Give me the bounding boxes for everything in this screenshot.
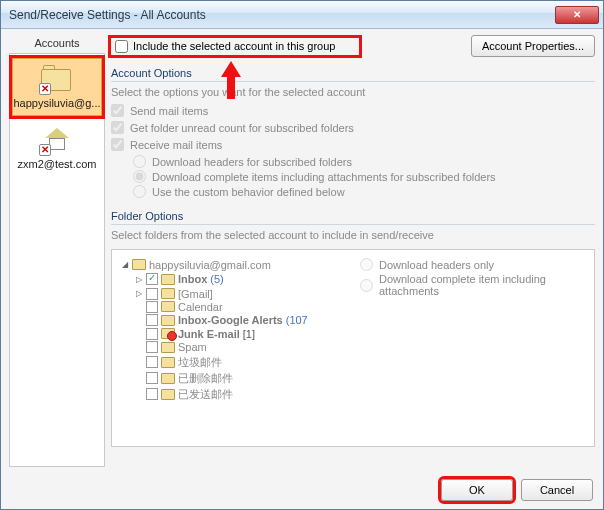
tree-count: [1] bbox=[243, 328, 255, 340]
spacer bbox=[134, 390, 143, 399]
include-label: Include the selected account in this gro… bbox=[133, 40, 335, 52]
window-title: Send/Receive Settings - All Accounts bbox=[9, 8, 555, 22]
junk-folder-icon bbox=[161, 328, 175, 339]
send-mail-option[interactable]: Send mail items bbox=[111, 104, 595, 117]
radio-complete-input[interactable] bbox=[133, 170, 146, 183]
tree-checkbox[interactable] bbox=[146, 288, 158, 300]
folder-icon bbox=[161, 357, 175, 368]
radio-complete[interactable]: Download complete items including attach… bbox=[133, 170, 595, 183]
account-properties-button[interactable]: Account Properties... bbox=[471, 35, 595, 57]
account-item-1[interactable]: ✕ happysiluvia@g... bbox=[12, 58, 102, 116]
tree-count: (107 bbox=[286, 314, 308, 326]
accounts-header: Accounts bbox=[9, 35, 105, 53]
titlebar[interactable]: Send/Receive Settings - All Accounts ✕ bbox=[1, 1, 603, 29]
send-mail-checkbox[interactable] bbox=[111, 104, 124, 117]
tree-item[interactable]: 已发送邮件 bbox=[134, 387, 233, 402]
tree-label: Calendar bbox=[178, 301, 223, 313]
spacer bbox=[134, 316, 143, 325]
accounts-list: ✕ happysiluvia@g... ✕ zxm2@test.com bbox=[9, 53, 105, 467]
expand-icon[interactable]: ▷ bbox=[134, 275, 143, 284]
tree-item[interactable]: 已删除邮件 bbox=[134, 371, 233, 386]
cancel-button[interactable]: Cancel bbox=[521, 479, 593, 501]
folder-icon bbox=[132, 259, 146, 270]
annotation-arrow-stem bbox=[227, 75, 235, 99]
tree-checkbox[interactable] bbox=[146, 341, 158, 353]
tree-label: 垃圾邮件 bbox=[178, 355, 222, 370]
include-checkbox-row[interactable]: Include the selected account in this gro… bbox=[111, 38, 359, 55]
folder-icon bbox=[161, 301, 175, 312]
x-overlay-icon: ✕ bbox=[39, 144, 51, 156]
tree-checkbox[interactable] bbox=[146, 273, 158, 285]
tree-label: 已删除邮件 bbox=[178, 371, 233, 386]
folder-unread-option[interactable]: Get folder unread count for subscribed f… bbox=[111, 121, 595, 134]
account-label: happysiluvia@g... bbox=[14, 97, 101, 109]
folder-icon bbox=[161, 342, 175, 353]
folder-options-title: Folder Options bbox=[111, 210, 595, 225]
x-overlay-icon: ✕ bbox=[39, 83, 51, 95]
close-icon: ✕ bbox=[573, 9, 581, 20]
dl-headers-only[interactable]: Download headers only bbox=[360, 258, 588, 271]
tree-label: [Gmail] bbox=[178, 288, 213, 300]
tree-item[interactable]: Calendar bbox=[134, 301, 223, 313]
account-item-2[interactable]: ✕ zxm2@test.com bbox=[12, 120, 102, 176]
expand-icon[interactable]: ▷ bbox=[134, 289, 143, 298]
tree-item[interactable]: 垃圾邮件 bbox=[134, 355, 222, 370]
tree-checkbox[interactable] bbox=[146, 388, 158, 400]
tree-checkbox[interactable] bbox=[146, 328, 158, 340]
download-behavior-group: Download headers for subscribed folders … bbox=[133, 153, 595, 200]
folder-icon: ✕ bbox=[39, 65, 75, 95]
receive-mail-option[interactable]: Receive mail items bbox=[111, 138, 595, 151]
folder-icon bbox=[161, 315, 175, 326]
tree-label: Junk E-mail bbox=[178, 328, 240, 340]
account-options-hint: Select the options you want for the sele… bbox=[111, 86, 595, 98]
radio-headers[interactable]: Download headers for subscribed folders bbox=[133, 155, 595, 168]
close-button[interactable]: ✕ bbox=[555, 6, 599, 24]
folder-icon bbox=[161, 288, 175, 299]
ok-button[interactable]: OK bbox=[441, 479, 513, 501]
folder-icon bbox=[161, 389, 175, 400]
folder-tree[interactable]: ◢ happysiluvia@gmail.com ▷Inbox (5)▷[Gma… bbox=[118, 256, 348, 440]
main-panel: Include the selected account in this gro… bbox=[111, 35, 595, 467]
house-icon: ✕ bbox=[39, 126, 75, 156]
tree-label: Spam bbox=[178, 341, 207, 353]
spacer bbox=[134, 358, 143, 367]
include-checkbox[interactable] bbox=[115, 40, 128, 53]
tree-label: 已发送邮件 bbox=[178, 387, 233, 402]
dl-complete[interactable]: Download complete item including attachm… bbox=[360, 273, 588, 297]
dialog-window: Send/Receive Settings - All Accounts ✕ A… bbox=[0, 0, 604, 510]
radio-custom-input[interactable] bbox=[133, 185, 146, 198]
spacer bbox=[134, 329, 143, 338]
tree-label: Inbox-Google Alerts bbox=[178, 314, 283, 326]
account-label: zxm2@test.com bbox=[17, 158, 96, 170]
tree-item[interactable]: ▷Inbox (5) bbox=[134, 273, 224, 285]
folder-icon bbox=[161, 373, 175, 384]
folder-options-area: ◢ happysiluvia@gmail.com ▷Inbox (5)▷[Gma… bbox=[111, 249, 595, 447]
tree-item[interactable]: ▷[Gmail] bbox=[134, 288, 213, 300]
dl-headers-radio[interactable] bbox=[360, 258, 373, 271]
spacer bbox=[134, 302, 143, 311]
spacer bbox=[134, 374, 143, 383]
spacer bbox=[134, 343, 143, 352]
account-options-title: Account Options bbox=[111, 67, 595, 82]
receive-mail-checkbox[interactable] bbox=[111, 138, 124, 151]
tree-item[interactable]: Spam bbox=[134, 341, 207, 353]
tree-root[interactable]: ◢ happysiluvia@gmail.com bbox=[120, 259, 271, 271]
folder-unread-checkbox[interactable] bbox=[111, 121, 124, 134]
dl-complete-radio[interactable] bbox=[360, 279, 373, 292]
accounts-panel: Accounts ✕ happysiluvia@g... ✕ zxm2@test… bbox=[9, 35, 105, 467]
tree-checkbox[interactable] bbox=[146, 356, 158, 368]
folder-icon bbox=[161, 274, 175, 285]
folder-options-hint: Select folders from the selected account… bbox=[111, 229, 595, 241]
radio-headers-input[interactable] bbox=[133, 155, 146, 168]
collapse-icon[interactable]: ◢ bbox=[120, 260, 129, 269]
dialog-footer: OK Cancel bbox=[1, 473, 603, 509]
tree-count: (5) bbox=[210, 273, 223, 285]
tree-label: Inbox bbox=[178, 273, 207, 285]
download-options: Download headers only Download complete … bbox=[360, 256, 588, 440]
tree-checkbox[interactable] bbox=[146, 372, 158, 384]
tree-item[interactable]: Inbox-Google Alerts (107 bbox=[134, 314, 308, 326]
tree-checkbox[interactable] bbox=[146, 314, 158, 326]
tree-checkbox[interactable] bbox=[146, 301, 158, 313]
tree-item[interactable]: Junk E-mail [1] bbox=[134, 328, 255, 340]
radio-custom[interactable]: Use the custom behavior defined below bbox=[133, 185, 595, 198]
